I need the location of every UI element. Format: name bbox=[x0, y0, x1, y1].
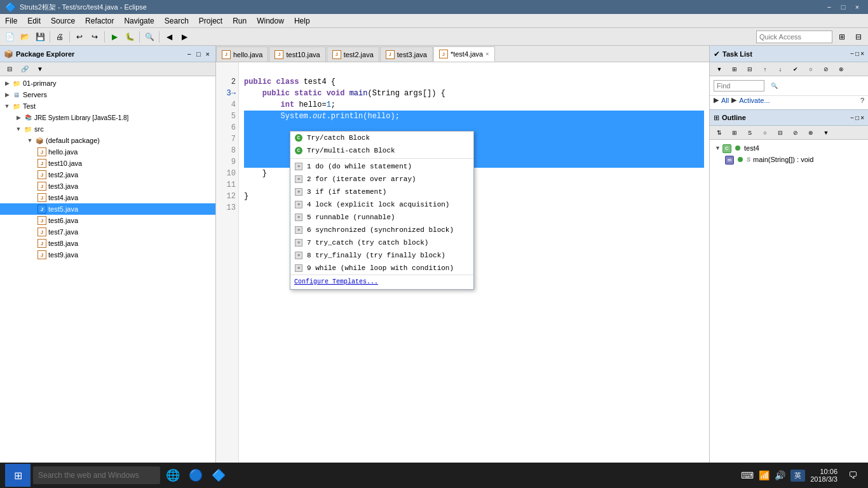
pe-maximize-btn[interactable]: □ bbox=[194, 50, 203, 58]
outline-filter-btn[interactable]: ⊗ bbox=[804, 126, 818, 140]
tasklist-toolbar-btn7[interactable]: ○ bbox=[804, 62, 818, 76]
maximize-button[interactable]: □ bbox=[837, 1, 849, 13]
taskbar-eclipse[interactable]: 🔷 bbox=[208, 465, 229, 485]
outline-collapse-btn[interactable]: ⊟ bbox=[773, 126, 787, 140]
tab-test10-java[interactable]: J test10.java bbox=[269, 46, 325, 62]
tab-test4-java[interactable]: J *test4.java × bbox=[433, 46, 495, 62]
pe-link-btn[interactable]: 🔗 bbox=[18, 62, 32, 76]
outline-fields-btn[interactable]: ⊞ bbox=[728, 126, 742, 140]
tab-hello-java[interactable]: J hello.java bbox=[216, 46, 268, 62]
tasklist-toolbar-btn6[interactable]: ✔ bbox=[789, 62, 803, 76]
toolbar-save[interactable]: 💾 bbox=[33, 30, 47, 44]
tasklist-help-icon[interactable]: ? bbox=[860, 97, 864, 104]
tree-item-src[interactable]: ▼ 📁 src bbox=[0, 123, 215, 135]
tree-item-01primary[interactable]: ▶ 📁 01-primary bbox=[0, 78, 215, 89]
minimize-button[interactable]: − bbox=[824, 1, 835, 13]
ac-item-for[interactable]: ≡ 2 for (iterate over array) bbox=[290, 173, 473, 186]
tree-item-test6-java[interactable]: J test6.java bbox=[0, 215, 215, 226]
outline-menu-btn[interactable]: ▼ bbox=[819, 126, 833, 140]
taskbar-ie[interactable]: 🌐 bbox=[163, 465, 183, 485]
tree-item-test2-java[interactable]: J test2.java bbox=[0, 169, 215, 180]
ac-item-trycatch-block[interactable]: ≡ 7 try_catch (try catch block) bbox=[290, 236, 473, 249]
tree-item-test5-java[interactable]: J test5.java bbox=[0, 203, 215, 215]
toolbar-perspective[interactable]: ⊞ bbox=[835, 30, 849, 44]
pe-minimize-btn[interactable]: − bbox=[185, 50, 193, 58]
ac-item-trycatch[interactable]: C Try/catch Block bbox=[290, 132, 473, 144]
tab-test3-java[interactable]: J test3.java bbox=[380, 46, 433, 62]
tab-close-test4[interactable]: × bbox=[485, 51, 489, 57]
outline-method-main[interactable]: m S main(String[]) : void bbox=[712, 154, 865, 165]
toolbar-open[interactable]: 📂 bbox=[18, 30, 32, 44]
ac-item-runnable[interactable]: ≡ 5 runnable (runnable) bbox=[290, 211, 473, 224]
ac-configure-link[interactable]: Configure Templates... bbox=[290, 274, 473, 289]
tree-item-default-pkg[interactable]: ▼ 📦 (default package) bbox=[0, 135, 215, 146]
ac-item-do[interactable]: ≡ 1 do (do while statement) bbox=[290, 160, 473, 173]
code-editor[interactable]: public class test4 { public static void … bbox=[239, 62, 709, 474]
tasklist-find-input[interactable] bbox=[714, 80, 764, 92]
tasklist-all-link[interactable]: All bbox=[721, 97, 729, 104]
outline-max-btn[interactable]: □ bbox=[855, 114, 859, 121]
toolbar-debug[interactable]: 🐛 bbox=[123, 30, 137, 44]
tree-item-test9-java[interactable]: J test9.java bbox=[0, 249, 215, 261]
ac-item-while[interactable]: ≡ 9 while (while loop with condition) bbox=[290, 262, 473, 274]
outline-close-btn[interactable]: × bbox=[860, 114, 864, 121]
toolbar-new[interactable]: 📄 bbox=[3, 30, 17, 44]
ac-item-tryfinally[interactable]: ≡ 8 try_finally (try finally block) bbox=[290, 249, 473, 262]
tasklist-activate-link[interactable]: Activate... bbox=[739, 97, 770, 104]
tasklist-min-btn[interactable]: − bbox=[850, 50, 854, 57]
toolbar-undo[interactable]: ↩ bbox=[72, 30, 86, 44]
menu-edit[interactable]: Edit bbox=[22, 14, 46, 27]
ac-item-if[interactable]: ≡ 3 if (if statement) bbox=[290, 186, 473, 198]
tasklist-toolbar-btn5[interactable]: ↓ bbox=[773, 62, 787, 76]
outline-nonpub-btn[interactable]: ○ bbox=[758, 126, 772, 140]
tree-item-test10-java[interactable]: J test10.java bbox=[0, 158, 215, 169]
tasklist-close-btn[interactable]: × bbox=[860, 50, 864, 57]
tab-test2-java[interactable]: J test2.java bbox=[327, 46, 379, 62]
notification-icon[interactable]: 🗨 bbox=[843, 465, 863, 485]
menu-refactor[interactable]: Refactor bbox=[80, 14, 119, 27]
menu-project[interactable]: Project bbox=[194, 14, 227, 27]
tree-item-test8-java[interactable]: J test8.java bbox=[0, 238, 215, 249]
quick-access-input[interactable] bbox=[756, 30, 832, 43]
menu-help[interactable]: Help bbox=[289, 14, 315, 27]
toolbar-forward[interactable]: ▶ bbox=[177, 30, 191, 44]
taskbar-chrome[interactable]: 🔵 bbox=[186, 465, 206, 485]
pe-menu-btn[interactable]: ▼ bbox=[33, 62, 47, 76]
tasklist-toolbar-btn8[interactable]: ⊘ bbox=[819, 62, 833, 76]
toolbar-print[interactable]: 🖨 bbox=[53, 30, 67, 44]
tree-item-test4-java[interactable]: J test4.java bbox=[0, 192, 215, 203]
tree-item-test7-java[interactable]: J test7.java bbox=[0, 226, 215, 238]
outline-class-test4[interactable]: ▼ C test4 bbox=[712, 142, 865, 154]
window-controls[interactable]: − □ × bbox=[824, 1, 863, 13]
pe-collapse-btn[interactable]: ⊟ bbox=[3, 62, 17, 76]
tasklist-toolbar-btn4[interactable]: ↑ bbox=[758, 62, 772, 76]
menu-source[interactable]: Source bbox=[46, 14, 80, 27]
lang-button[interactable]: 英 bbox=[790, 470, 805, 482]
menu-search[interactable]: Search bbox=[159, 14, 194, 27]
outline-sort-btn[interactable]: ⇅ bbox=[712, 126, 726, 140]
toolbar-back[interactable]: ◀ bbox=[162, 30, 176, 44]
menu-window[interactable]: Window bbox=[252, 14, 289, 27]
pe-close-btn[interactable]: × bbox=[204, 50, 212, 58]
menu-navigate[interactable]: Navigate bbox=[119, 14, 159, 27]
taskbar-search-input[interactable] bbox=[33, 466, 160, 484]
menu-run[interactable]: Run bbox=[227, 14, 252, 27]
ac-item-synchronized[interactable]: ≡ 6 synchronized (synchronized block) bbox=[290, 224, 473, 236]
outline-static-btn[interactable]: S bbox=[743, 126, 757, 140]
tree-item-test3-java[interactable]: J test3.java bbox=[0, 180, 215, 192]
ac-item-lock[interactable]: ≡ 4 lock (explicit lock acquisition) bbox=[290, 198, 473, 211]
tree-item-test[interactable]: ▼ 📁 Test bbox=[0, 100, 215, 112]
toolbar-redo[interactable]: ↪ bbox=[88, 30, 102, 44]
tasklist-toolbar-btn1[interactable]: ▼ bbox=[712, 62, 726, 76]
toolbar-views[interactable]: ⊟ bbox=[851, 30, 865, 44]
toolbar-run[interactable]: ▶ bbox=[107, 30, 121, 44]
toolbar-search[interactable]: 🔍 bbox=[142, 30, 156, 44]
tasklist-toolbar-btn9[interactable]: ⊗ bbox=[834, 62, 848, 76]
outline-min-btn[interactable]: − bbox=[850, 114, 854, 121]
tasklist-toolbar-btn2[interactable]: ⊞ bbox=[728, 62, 742, 76]
menu-file[interactable]: File bbox=[0, 14, 22, 27]
ac-item-trymulticatch[interactable]: C Try/multi-catch Block bbox=[290, 144, 473, 157]
close-button[interactable]: × bbox=[851, 1, 863, 13]
tree-item-jre[interactable]: ▶ 📚 JRE System Library [JavaSE-1.8] bbox=[0, 112, 215, 123]
outline-link-btn[interactable]: ⊘ bbox=[789, 126, 803, 140]
